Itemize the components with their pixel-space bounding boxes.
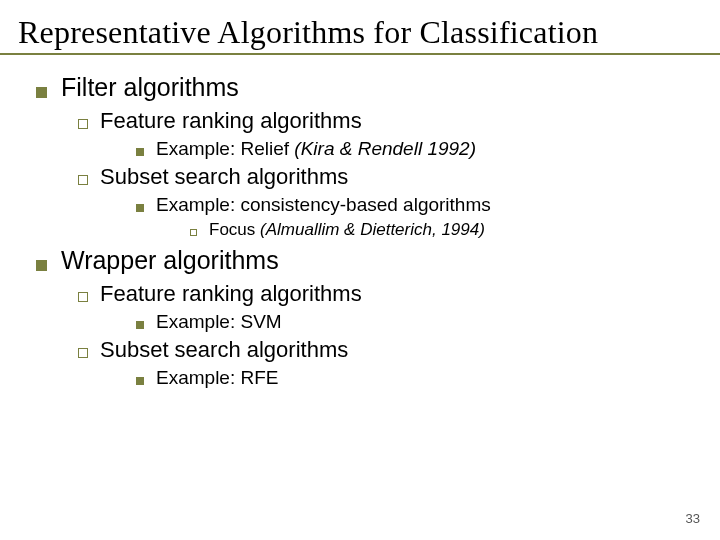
list-item: Feature ranking algorithms	[78, 108, 696, 134]
example-text: Example: Relief (Kira & Rendell 1992)	[156, 138, 476, 160]
subsection-label: Subset search algorithms	[100, 164, 348, 190]
bullet-filled-icon	[136, 148, 144, 156]
subsection-label: Subset search algorithms	[100, 337, 348, 363]
bullet-filled-icon	[136, 204, 144, 212]
list-item: Focus (Almuallim & Dietterich, 1994)	[190, 220, 696, 240]
list-item: Filter algorithms	[36, 73, 696, 102]
list-item: Subset search algorithms	[78, 337, 696, 363]
bullet-filled-icon	[136, 377, 144, 385]
title-bar: Representative Algorithms for Classifica…	[0, 0, 720, 55]
bullet-open-icon	[190, 229, 197, 236]
slide-content: Filter algorithms Feature ranking algori…	[0, 55, 720, 389]
list-item: Subset search algorithms	[78, 164, 696, 190]
page-number: 33	[686, 511, 700, 526]
bullet-filled-icon	[36, 260, 47, 271]
list-item: Example: consistency-based algorithms	[136, 194, 696, 216]
list-item: Wrapper algorithms	[36, 246, 696, 275]
section-wrapper: Wrapper algorithms Feature ranking algor…	[36, 246, 696, 389]
section-label: Filter algorithms	[61, 73, 239, 102]
example-text: Example: consistency-based algorithms	[156, 194, 491, 216]
bullet-open-icon	[78, 119, 88, 129]
slide-title: Representative Algorithms for Classifica…	[18, 14, 720, 51]
example-text: Example: RFE	[156, 367, 278, 389]
subsection-label: Feature ranking algorithms	[100, 281, 362, 307]
subsection-label: Feature ranking algorithms	[100, 108, 362, 134]
section-label: Wrapper algorithms	[61, 246, 279, 275]
bullet-open-icon	[78, 175, 88, 185]
list-item: Example: Relief (Kira & Rendell 1992)	[136, 138, 696, 160]
bullet-filled-icon	[36, 87, 47, 98]
example-text: Focus (Almuallim & Dietterich, 1994)	[209, 220, 485, 240]
section-filter: Filter algorithms Feature ranking algori…	[36, 73, 696, 240]
bullet-open-icon	[78, 292, 88, 302]
bullet-open-icon	[78, 348, 88, 358]
list-item: Feature ranking algorithms	[78, 281, 696, 307]
bullet-filled-icon	[136, 321, 144, 329]
list-item: Example: RFE	[136, 367, 696, 389]
example-text: Example: SVM	[156, 311, 282, 333]
list-item: Example: SVM	[136, 311, 696, 333]
